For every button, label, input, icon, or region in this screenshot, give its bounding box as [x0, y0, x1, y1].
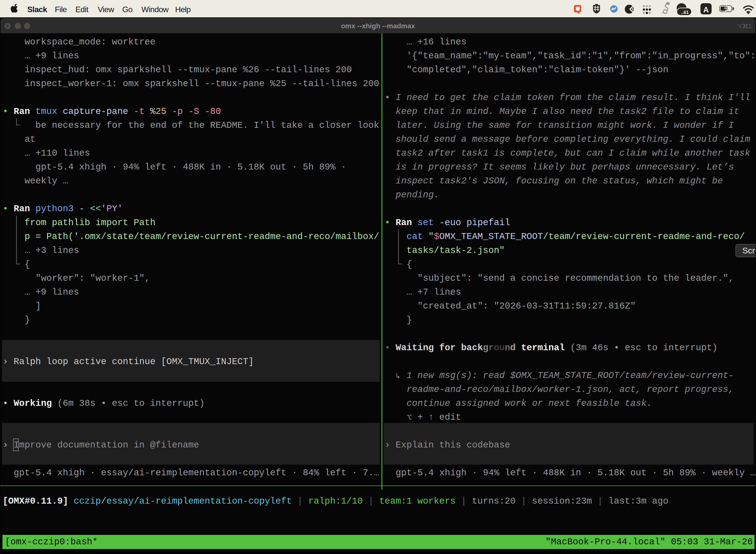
svg-text:A: A: [703, 5, 709, 14]
svg-text:..61: ..61: [681, 10, 689, 15]
